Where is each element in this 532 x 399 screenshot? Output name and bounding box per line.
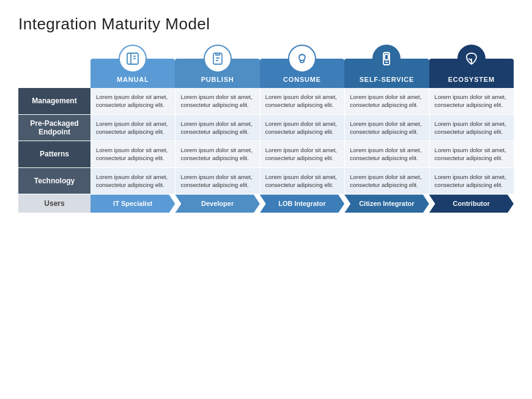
users-label: Users [18, 194, 91, 213]
leaf-icon [464, 51, 479, 66]
brain-icon [295, 51, 309, 66]
row-label-technology: Technology [18, 168, 91, 195]
header-empty [18, 45, 91, 88]
col-header-consume: CONSUME [260, 45, 344, 88]
cell-prepackaged-ecosystem: Lorem ipsum dolor sit amet, consectetur … [429, 115, 514, 142]
cell-management-manual: Lorem ipsum dolor sit amet, consectetur … [91, 88, 175, 115]
svg-line-9 [299, 56, 300, 56]
users-arrow-citizenintegrator: Citizen Integrator [344, 194, 429, 213]
publish-icon-circle [204, 45, 232, 73]
cell-prepackaged-manual: Lorem ipsum dolor sit amet, consectetur … [91, 115, 175, 142]
cell-prepackaged-publish: Lorem ipsum dolor sit amet, consectetur … [175, 115, 259, 142]
cell-technology-manual: Lorem ipsum dolor sit amet, consectetur … [91, 168, 175, 195]
cell-patterns-consume: Lorem ipsum dolor sit amet, consectetur … [260, 141, 344, 168]
cell-management-ecosystem: Lorem ipsum dolor sit amet, consectetur … [429, 88, 514, 115]
col-header-ecosystem: ECOSYSTEM [429, 45, 514, 88]
svg-rect-0 [127, 53, 138, 64]
cell-management-publish: Lorem ipsum dolor sit amet, consectetur … [175, 88, 259, 115]
main-grid: MANUAL PUBLISH [18, 45, 514, 213]
manual-icon-circle [119, 45, 147, 73]
cell-patterns-selfservice: Lorem ipsum dolor sit amet, consectetur … [344, 141, 429, 168]
cell-technology-ecosystem: Lorem ipsum dolor sit amet, consectetur … [429, 168, 514, 195]
cell-technology-publish: Lorem ipsum dolor sit amet, consectetur … [175, 168, 259, 195]
phone-icon [379, 51, 394, 66]
consume-icon-circle [288, 45, 316, 73]
users-arrow-contributor: Contributor [429, 194, 514, 213]
row-label-prepackaged: Pre-Packaged Endpoint [18, 115, 91, 142]
svg-line-10 [304, 56, 305, 56]
cell-patterns-publish: Lorem ipsum dolor sit amet, consectetur … [175, 141, 259, 168]
cell-patterns-manual: Lorem ipsum dolor sit amet, consectetur … [91, 141, 175, 168]
book-icon [125, 51, 140, 66]
svg-rect-13 [385, 54, 388, 60]
page: Integration Maturity Model MANUAL [0, 0, 532, 399]
col-header-selfservice: SELF-SERVICE [344, 45, 429, 88]
cell-technology-selfservice: Lorem ipsum dolor sit amet, consectetur … [344, 168, 429, 195]
users-arrow-itspecialist: IT Specialist [91, 194, 175, 213]
cell-technology-consume: Lorem ipsum dolor sit amet, consectetur … [260, 168, 344, 195]
clipboard-icon [210, 51, 225, 66]
users-arrow-lobintegrator: LOB Integrator [260, 194, 344, 213]
ecosystem-icon-circle [457, 45, 486, 73]
users-arrow-developer: Developer [175, 194, 259, 213]
cell-prepackaged-consume: Lorem ipsum dolor sit amet, consectetur … [260, 115, 344, 142]
row-label-patterns: Patterns [18, 141, 91, 168]
col-header-manual: MANUAL [91, 45, 175, 88]
cell-management-selfservice: Lorem ipsum dolor sit amet, consectetur … [344, 88, 429, 115]
col-header-publish: PUBLISH [175, 45, 259, 88]
cell-management-consume: Lorem ipsum dolor sit amet, consectetur … [260, 88, 344, 115]
page-title: Integration Maturity Model [18, 15, 514, 34]
cell-prepackaged-selfservice: Lorem ipsum dolor sit amet, consectetur … [344, 115, 429, 142]
row-label-management: Management [18, 88, 91, 115]
cell-patterns-ecosystem: Lorem ipsum dolor sit amet, consectetur … [429, 141, 514, 168]
